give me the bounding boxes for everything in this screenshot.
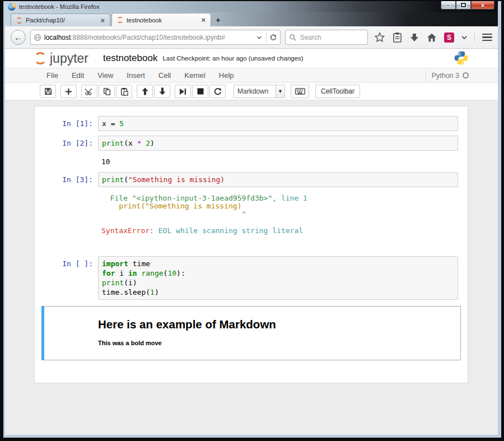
- tab-bar: Packt/chap10/ × testnotebook × +: [5, 12, 498, 26]
- python-logo-icon: [454, 50, 469, 66]
- menu-edit[interactable]: Edit: [65, 71, 91, 80]
- scissors-icon: [85, 88, 94, 95]
- code-cell: In [1]:x = 5: [35, 114, 468, 133]
- copy-icon: [103, 87, 111, 95]
- url-text[interactable]: localhost:8888/notebooks/Packt/chap10/te…: [44, 34, 253, 41]
- copy-cell-button[interactable]: [99, 85, 115, 98]
- extension-chevron-icon[interactable]: [461, 33, 467, 43]
- home-icon[interactable]: [427, 33, 437, 43]
- code-input[interactable]: print("Something is missing): [98, 172, 458, 187]
- markdown-heading: Here is an example of Markdown: [98, 318, 455, 331]
- menu-hamburger-icon[interactable]: [482, 34, 492, 41]
- title-bar[interactable]: testnotebook - Mozilla Firefox x: [5, 1, 498, 12]
- menu-help[interactable]: Help: [212, 71, 241, 80]
- bookmarks-clipboard-icon[interactable]: [392, 33, 402, 43]
- jupyter-favicon: [16, 17, 22, 24]
- kernel-idle-icon: [463, 72, 469, 78]
- window-title: testnotebook - Mozilla Firefox: [19, 3, 100, 10]
- bookmark-star-icon[interactable]: [375, 33, 385, 43]
- firefox-icon: [8, 3, 16, 11]
- navigation-toolbar: ← localhost:8888/notebooks/Packt/chap10/…: [5, 26, 498, 49]
- cut-cell-button[interactable]: [81, 85, 97, 98]
- kernel-indicator: Python 3: [426, 71, 469, 81]
- move-cell-down-button[interactable]: [154, 85, 170, 98]
- code-input[interactable]: import timefor i in range(10): print(i) …: [98, 256, 458, 300]
- cell-type-dropdown[interactable]: Markdown ▼: [234, 85, 285, 98]
- new-tab-button[interactable]: +: [212, 15, 225, 26]
- menu-file[interactable]: File: [40, 71, 65, 80]
- tab-close-icon[interactable]: ×: [201, 16, 206, 24]
- input-prompt: In [2]:: [35, 136, 98, 151]
- plus-icon: [65, 88, 72, 95]
- step-forward-icon: [179, 88, 186, 95]
- text-output: 10: [98, 155, 458, 168]
- markdown-body: This was a bold move: [98, 340, 455, 346]
- back-arrow-icon: ←: [14, 33, 22, 42]
- url-bar[interactable]: localhost:8888/notebooks/Packt/chap10/te…: [30, 30, 281, 45]
- globe-icon: [34, 34, 41, 41]
- code-input[interactable]: print(x * 2): [98, 136, 458, 151]
- restart-kernel-button[interactable]: [209, 85, 226, 98]
- url-host: localhost: [44, 34, 71, 41]
- menu-view[interactable]: View: [91, 71, 120, 80]
- run-cell-button[interactable]: [175, 85, 191, 98]
- paste-cell-button[interactable]: [116, 85, 132, 98]
- browser-action-icons: S: [375, 33, 492, 43]
- jupyter-header: jupyter testnotebook Last Checkpoint: an…: [5, 49, 498, 68]
- search-placeholder: Search: [300, 34, 321, 41]
- stop-icon: [197, 88, 204, 95]
- save-button[interactable]: [40, 85, 56, 98]
- add-cell-button[interactable]: [60, 85, 77, 98]
- stop-kernel-button[interactable]: [192, 85, 208, 98]
- tab-label: testnotebook: [127, 17, 198, 24]
- notebook-title[interactable]: testnotebook: [103, 53, 157, 64]
- reload-icon[interactable]: [269, 34, 277, 41]
- search-input[interactable]: Search: [285, 30, 368, 45]
- code-cell: In [3]:print("Something is missing) File…: [35, 170, 468, 239]
- window-controls: x: [441, 1, 494, 10]
- jupyter-logo-icon: [34, 52, 46, 64]
- kernel-name: Python 3: [432, 72, 459, 80]
- maximize-icon: [461, 3, 466, 7]
- notebook-scroll-area[interactable]: In [1]:x = 5In [2]:print(x * 2) 10In [3]…: [5, 100, 498, 435]
- keyboard-icon: [295, 88, 305, 95]
- jupyter-favicon: [117, 17, 123, 23]
- firefox-window: testnotebook - Mozilla Firefox x Packt/c…: [3, 1, 501, 438]
- paste-icon: [120, 87, 128, 96]
- tab-packt-chap10[interactable]: Packt/chap10/ ×: [11, 13, 110, 26]
- minimize-button[interactable]: [441, 1, 456, 10]
- menu-kernel[interactable]: Kernel: [178, 71, 212, 80]
- minimize-icon: [446, 4, 451, 6]
- notebook-toolbar: Markdown ▼ CellToolbar: [5, 83, 498, 100]
- maximize-button[interactable]: [456, 1, 471, 10]
- tab-testnotebook[interactable]: testnotebook ×: [111, 13, 211, 26]
- tab-close-icon[interactable]: ×: [100, 17, 105, 24]
- chevron-down-icon[interactable]: [255, 34, 263, 41]
- error-output: File "<ipython-input-3-1aead959fd3b>", l…: [98, 192, 458, 236]
- tab-label: Packt/chap10/: [26, 17, 97, 24]
- jupyter-logo[interactable]: jupyter: [34, 51, 88, 66]
- cell-toolbar-button[interactable]: CellToolbar: [315, 85, 360, 98]
- input-prompt: In [ ]:: [35, 256, 98, 300]
- notebook-menubar: FileEditViewInsertCellKernelHelp Python …: [5, 68, 498, 83]
- close-button[interactable]: x: [471, 1, 494, 10]
- move-cell-up-button[interactable]: [137, 85, 153, 98]
- back-button[interactable]: ←: [11, 30, 26, 45]
- menu-cell[interactable]: Cell: [152, 71, 178, 80]
- menu-insert[interactable]: Insert: [120, 71, 152, 80]
- close-icon: x: [481, 2, 484, 8]
- restart-icon: [214, 87, 222, 95]
- cell-type-value: Markdown: [234, 87, 276, 95]
- code-cell: In [ ]:import timefor i in range(10): pr…: [35, 254, 468, 302]
- s-extension-icon[interactable]: S: [444, 33, 454, 43]
- downloads-icon[interactable]: [409, 33, 419, 43]
- url-path: :8888/notebooks/Packt/chap10/testnoteboo…: [71, 34, 225, 41]
- arrow-up-icon: [142, 87, 148, 95]
- checkpoint-status: Last Checkpoint: an hour ago (unsaved ch…: [162, 55, 303, 62]
- divider: [474, 33, 475, 42]
- command-palette-button[interactable]: [291, 85, 309, 98]
- notebook-container: In [1]:x = 5In [2]:print(x * 2) 10In [3]…: [34, 106, 468, 383]
- markdown-cell-selected[interactable]: Here is an example of Markdown This was …: [41, 306, 461, 360]
- code-input[interactable]: x = 5: [98, 116, 458, 131]
- divider: [266, 33, 267, 42]
